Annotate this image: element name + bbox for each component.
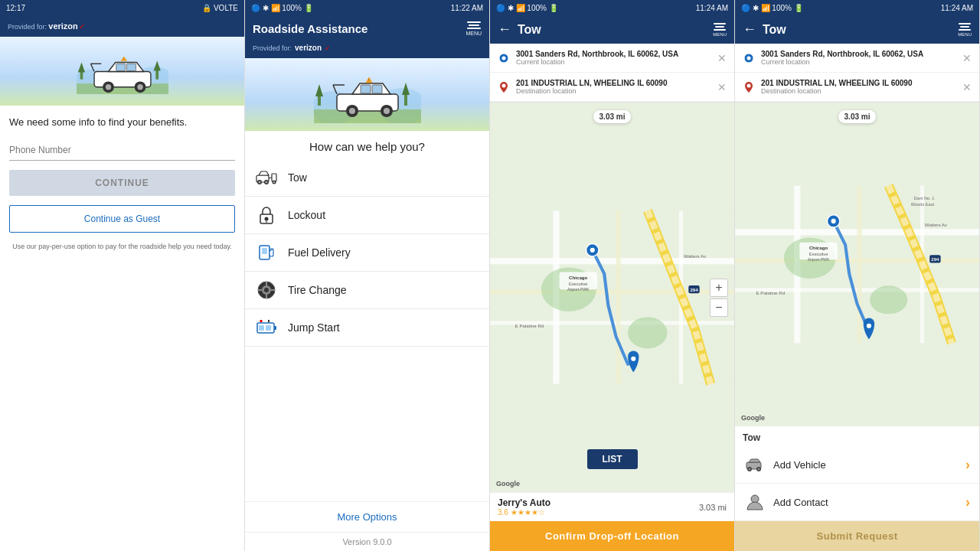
p4-clear-current[interactable]: ✕ [962,52,972,64]
p4-header: ← Tow MENU [735,15,979,44]
svg-text:Walters Av: Walters Av [925,222,948,227]
svg-point-106 [831,219,836,223]
p3-dest-loc-text: 201 INDUSTRIAL LN, WHEELING IL 60090 Des… [516,79,711,95]
phone-input[interactable] [9,140,235,161]
p4-back-button[interactable]: ← [743,21,756,37]
menu-item-tire[interactable]: Tire Change [245,272,489,309]
p4-time: 11:24 AM [941,4,973,12]
google-logo-4: Google [741,414,765,422]
svg-text:Chicago: Chicago [569,275,588,280]
svg-text:Executive: Executive [809,252,828,256]
add-contact-arrow: › [965,494,970,510]
add-contact-row[interactable]: Add Contact › [735,484,979,521]
svg-rect-70 [490,258,734,264]
p3-back-button[interactable]: ← [498,21,511,37]
p4-menu-button[interactable]: MENU [958,23,972,37]
svg-point-38 [259,181,261,184]
panel-3: 🔵 ✱ 📶 100% 🔋 11:24 AM ← Tow MENU 3001 Sa… [490,0,735,551]
menu-line-3 [467,28,481,29]
add-vehicle-row[interactable]: Add Vehicle › [735,446,979,484]
p3-map[interactable]: Chicago Executive Airport-PWK 294 Walter… [490,103,734,492]
hamburger-menu[interactable]: MENU [466,21,482,36]
verizon-logo-1: verizon ✓ [48,21,85,31]
p3-menu-line-1 [714,23,726,24]
list-view-button[interactable]: LIST [587,449,638,469]
p4-destination-location: 201 INDUSTRIAL LN, WHEELING IL 60090 Des… [735,73,979,102]
svg-rect-69 [490,210,734,383]
p4-map[interactable]: Chicago Executive Airport-PWK 294 Walter… [735,103,979,426]
svg-point-100 [870,285,907,314]
p4-clear-dest[interactable]: ✕ [962,81,972,93]
p3-menu-button[interactable]: MENU [713,23,727,37]
more-options-link[interactable]: More Options [245,501,489,532]
p4-current-address: 3001 Sanders Rd, Northbrook, IL 60062, U… [761,50,956,58]
menu-item-tire-label: Tire Change [288,284,347,296]
p4-menu-line-2 [960,26,969,28]
svg-text:294: 294 [931,256,939,262]
svg-rect-60 [274,326,276,330]
submit-request-button[interactable]: Submit Request [735,521,979,551]
p1-illustration: ! [0,37,244,106]
svg-marker-3 [77,62,84,72]
svg-text:E Palatine Rd: E Palatine Rd [515,323,544,328]
p3-location-bar: 3001 Sanders Rd, Northbrook, IL 60062, U… [490,44,734,103]
guest-button[interactable]: Continue as Guest [9,205,235,233]
svg-rect-62 [266,325,271,331]
menu-item-lockout-label: Lockout [288,209,325,221]
menu-item-jump[interactable]: Jump Start [245,309,489,347]
p3-clear-dest[interactable]: ✕ [717,81,727,93]
add-vehicle-arrow: › [965,457,970,473]
dest-loc-icon [498,81,510,93]
p4-dest-label: Destination location [761,87,956,95]
menu-item-jump-label: Jump Start [288,321,340,334]
menu-item-fuel[interactable]: Fuel Delivery [245,234,489,272]
menu-item-tow[interactable]: Tow [245,159,489,197]
svg-rect-97 [858,186,862,344]
p3-map-svg: Chicago Executive Airport-PWK 294 Walter… [490,103,734,492]
menu-item-lockout[interactable]: Lockout [245,197,489,234]
current-loc-icon [498,52,510,64]
p3-current-address: 3001 Sanders Rd, Northbrook, IL 60062, U… [516,50,711,58]
p3-distance-badge: 3.03 mi [593,110,632,123]
svg-point-46 [265,217,269,221]
svg-point-84 [631,357,635,361]
zoom-in-button[interactable]: + [710,279,728,297]
p3-menu-line-2 [715,26,724,28]
svg-rect-74 [616,210,621,383]
confirm-dropoff-button[interactable]: Confirm Drop-off Location [490,521,734,551]
battery-icon [256,317,277,338]
status-bar-4: 🔵 ✱ 📶 100% 🔋 11:24 AM [735,0,979,15]
p3-map-zoom: + − [710,279,728,317]
car-illustration-2: ! [314,66,421,123]
p4-dest-loc-icon [743,81,755,93]
p4-location-bar: 3001 Sanders Rd, Northbrook, IL 60062, U… [735,44,979,103]
svg-rect-4 [155,70,158,80]
p4-current-loc-text: 3001 Sanders Rd, Northbrook, IL 60062, U… [761,50,956,66]
svg-rect-61 [259,325,264,331]
continue-button[interactable]: CONTINUE [9,170,235,196]
p3-clear-current[interactable]: ✕ [717,52,727,64]
p3-title: Tow [518,23,707,37]
status-bar-2: 🔵 ✱ 📶 100% 🔋 11:22 AM [245,0,489,15]
svg-point-91 [747,83,751,87]
p3-header: ← Tow MENU [490,15,734,44]
p3-menu-line-3 [714,29,726,31]
panel-4: 🔵 ✱ 📶 100% 🔋 11:24 AM ← Tow MENU 3001 Sa… [735,0,980,551]
shop-rating: 3.6 ★★★★☆ [498,508,550,517]
p2-time: 11:22 AM [451,4,483,12]
zoom-out-button[interactable]: − [710,298,728,317]
add-contact-label: Add Contact [773,497,965,508]
svg-point-83 [590,248,595,253]
svg-text:!: ! [368,79,369,83]
p3-menu-label: MENU [713,32,727,37]
menu-item-tow-label: Tow [288,171,307,184]
p4-menu-label: MENU [958,32,972,37]
p4-tow-section-label: Tow [735,426,979,446]
p3-dest-address: 201 INDUSTRIAL LN, WHEELING IL 60090 [516,79,711,87]
status-bar-3: 🔵 ✱ 📶 100% 🔋 11:24 AM [490,0,734,15]
p1-provided-text: Provided for: verizon ✓ [8,21,85,31]
svg-text:Woods East: Woods East [911,202,935,207]
p2-app-title: Roadside Assistance [253,22,368,35]
panel-2: 🔵 ✱ 📶 100% 🔋 11:22 AM Roadside Assistanc… [245,0,490,551]
contact-icon [744,491,766,513]
